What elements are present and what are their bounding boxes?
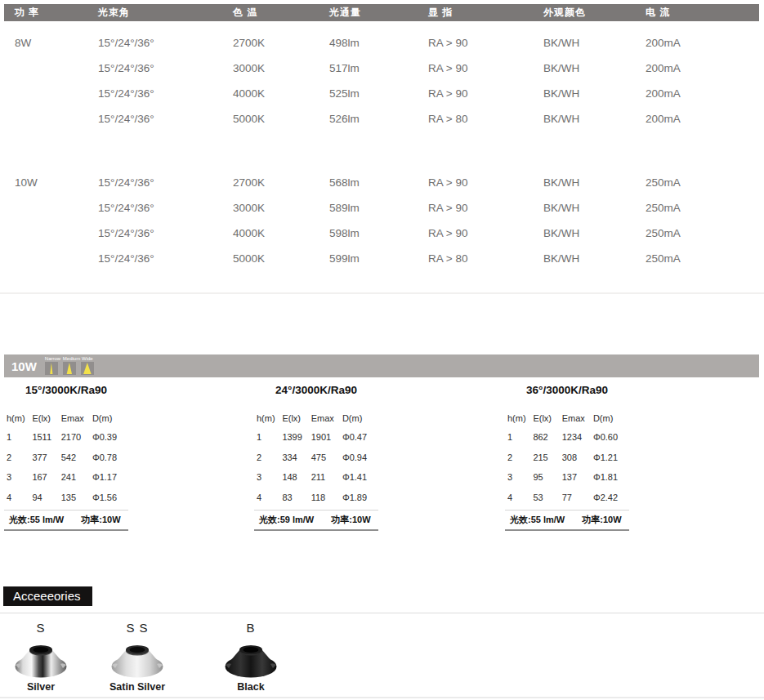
cell-e-lx: 167 — [32, 472, 60, 482]
header-beam-angle: 光束角 — [98, 6, 233, 20]
table-row: 3 167 241 Φ1.17 — [4, 467, 128, 488]
cell-color-temp: 4000K — [233, 87, 329, 100]
cell-beam-angle: 15°/24°/36° — [98, 113, 233, 125]
beam-narrow-label: Narrow — [45, 356, 58, 362]
photometric-table-title: 36°/3000K/Ra90 — [505, 384, 629, 397]
header-luminous-flux: 光通量 — [329, 6, 428, 20]
cell-e-lx: 862 — [533, 432, 561, 442]
cell-emax: 77 — [562, 493, 593, 502]
cell-current: 200mA — [646, 87, 764, 100]
cell-beam-angle: 15°/24°/36° — [98, 176, 233, 189]
table-row: 4 53 77 Φ2.42 — [505, 488, 629, 508]
cell-color-temp: 2700K — [233, 176, 329, 189]
cell-appearance-color: BK/WH — [543, 113, 646, 125]
photometric-table-24deg: 24°/3000K/Ra90 h(m) E(lx) Emax D(m) 1 13… — [254, 384, 378, 531]
table-row: 1 1511 2170 Φ0.39 — [4, 427, 128, 448]
accessory-black: B Black — [214, 621, 288, 693]
table-row: 3 148 211 Φ1.41 — [254, 467, 378, 488]
cell-height: 2 — [257, 453, 282, 462]
cell-current: 250mA — [646, 202, 764, 214]
cell-diameter: Φ0.39 — [92, 432, 128, 442]
cell-diameter: Φ1.89 — [342, 493, 378, 502]
cell-luminous-flux: 599lm — [329, 252, 428, 265]
cell-emax: 135 — [61, 493, 92, 502]
table-row: 15°/24°/36° 3000K 517lm RA > 90 BK/WH 20… — [15, 56, 764, 81]
cell-cri: RA > 90 — [428, 62, 543, 74]
accessory-name: Silver — [4, 681, 78, 693]
photometric-table-footer: 光效:55 lm/W 功率:10W — [4, 510, 128, 531]
cell-luminous-flux: 525lm — [329, 87, 428, 100]
cell-power: 8W — [15, 37, 98, 49]
cell-cri: RA > 90 — [428, 87, 543, 100]
cell-diameter: Φ1.21 — [593, 453, 629, 462]
cell-luminous-flux: 568lm — [329, 176, 428, 189]
efficacy-value: 光效:55 lm/W — [9, 514, 64, 526]
cell-emax: 475 — [311, 453, 342, 462]
cell-appearance-color: BK/WH — [543, 227, 646, 239]
cell-emax: 241 — [61, 472, 92, 482]
header-power: 功 率 — [15, 6, 98, 20]
table-row: 10W 15°/24°/36° 2700K 568lm RA > 90 BK/W… — [15, 170, 764, 195]
photometry-power-bar: 10W Narrow Medium Wide — [4, 354, 759, 377]
cell-current: 250mA — [646, 227, 764, 239]
accessory-code: S — [4, 621, 78, 639]
spec-group-10w: 10W 15°/24°/36° 2700K 568lm RA > 90 BK/W… — [15, 170, 764, 271]
cell-height: 1 — [7, 432, 32, 442]
satin-silver-reflector-icon — [109, 640, 165, 680]
cell-diameter: Φ1.41 — [342, 472, 378, 482]
cell-diameter: Φ0.78 — [92, 453, 128, 462]
cell-appearance-color: BK/WH — [543, 62, 646, 74]
cell-cri: RA > 80 — [428, 252, 543, 265]
cell-e-lx: 53 — [533, 493, 561, 502]
cell-height: 1 — [507, 432, 533, 442]
section-divider — [0, 292, 764, 294]
cell-e-lx: 83 — [282, 493, 311, 502]
efficacy-value: 光效:55 lm/W — [510, 514, 565, 526]
cell-diameter: Φ1.81 — [593, 472, 629, 482]
photometric-table-footer: 光效:59 lm/W 功率:10W — [254, 510, 378, 531]
cell-diameter: Φ1.56 — [92, 493, 128, 502]
cell-color-temp: 2700K — [233, 37, 329, 49]
cell-diameter: Φ0.94 — [342, 453, 378, 462]
cell-current: 250mA — [646, 176, 764, 189]
cell-height: 2 — [507, 453, 533, 462]
power-value: 功率:10W — [582, 514, 621, 526]
beam-medium-label: Medium — [63, 356, 76, 362]
photometric-table-title: 24°/3000K/Ra90 — [254, 384, 378, 397]
cell-height: 4 — [507, 493, 533, 502]
accessory-silver: S Silver — [4, 621, 78, 693]
cell-luminous-flux: 498lm — [329, 37, 428, 49]
table-row: 3 95 137 Φ1.81 — [505, 467, 629, 488]
cell-height: 2 — [7, 453, 32, 462]
accessory-code: B — [214, 621, 288, 639]
table-row: 8W 15°/24°/36° 2700K 498lm RA > 90 BK/WH… — [15, 30, 764, 56]
cell-cri: RA > 90 — [428, 227, 543, 239]
cell-color-temp: 3000K — [233, 202, 329, 214]
cell-emax: 308 — [562, 453, 593, 462]
cell-e-lx: 1511 — [32, 432, 60, 442]
header-cri: 显 指 — [428, 6, 543, 20]
photometric-table-headers: h(m) E(lx) Emax D(m) — [254, 413, 378, 423]
cell-appearance-color: BK/WH — [543, 252, 646, 265]
cell-height: 3 — [7, 472, 32, 482]
cell-emax: 542 — [61, 453, 92, 462]
photometric-table-title: 15°/3000K/Ra90 — [4, 384, 128, 397]
cell-appearance-color: BK/WH — [543, 37, 646, 49]
cell-e-lx: 1399 — [282, 432, 311, 442]
cell-diameter: Φ0.47 — [342, 432, 378, 442]
cell-luminous-flux: 589lm — [329, 202, 428, 214]
accessory-name: Black — [214, 681, 288, 693]
cell-e-lx: 95 — [533, 472, 561, 482]
beam-wide-label: Wide — [81, 356, 94, 362]
table-row: 1 1399 1901 Φ0.47 — [254, 427, 378, 448]
table-row: 15°/24°/36° 4000K 598lm RA > 90 BK/WH 25… — [15, 221, 764, 246]
cell-e-lx: 148 — [282, 472, 311, 482]
photometric-table-headers: h(m) E(lx) Emax D(m) — [4, 413, 128, 423]
cell-emax: 137 — [562, 472, 593, 482]
cell-luminous-flux: 598lm — [329, 227, 428, 239]
cell-color-temp: 5000K — [233, 252, 329, 265]
cell-height: 1 — [257, 432, 282, 442]
cell-beam-angle: 15°/24°/36° — [98, 252, 233, 265]
beam-narrow-icon: Narrow — [45, 356, 58, 375]
cell-e-lx: 334 — [282, 453, 311, 462]
